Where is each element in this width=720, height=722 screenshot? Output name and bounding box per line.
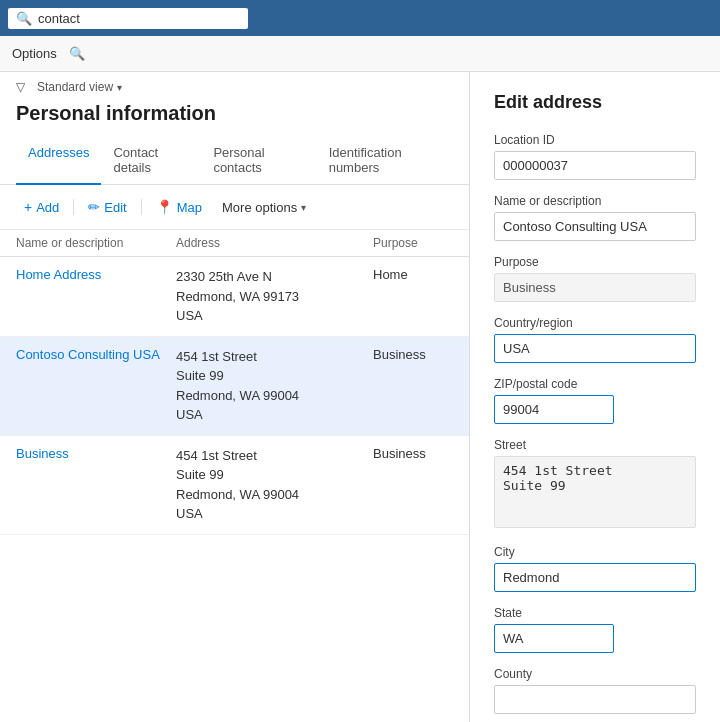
- city-input[interactable]: [494, 563, 696, 592]
- map-button[interactable]: 📍 Map: [148, 195, 210, 219]
- purpose-group: Purpose: [494, 255, 696, 302]
- name-label: Name or description: [494, 194, 696, 208]
- separator-1: [73, 199, 74, 215]
- state-label: State: [494, 606, 696, 620]
- street-input[interactable]: 454 1st Street Suite 99: [494, 456, 696, 528]
- search-box[interactable]: 🔍: [8, 8, 248, 29]
- street-group: Street 454 1st Street Suite 99: [494, 438, 696, 531]
- edit-label: Edit: [104, 200, 126, 215]
- left-panel: ▽ Standard view ▾ Personal information A…: [0, 72, 470, 722]
- more-options-chevron-icon: ▾: [301, 202, 306, 213]
- col-header-address: Address: [176, 236, 373, 250]
- county-label: County: [494, 667, 696, 681]
- col-header-purpose: Purpose: [373, 236, 453, 250]
- add-button[interactable]: + Add: [16, 195, 67, 219]
- street-label: Street: [494, 438, 696, 452]
- county-group: County: [494, 667, 696, 714]
- more-options-button[interactable]: More options ▾: [214, 196, 314, 219]
- address-table: Home Address 2330 25th Ave N Redmond, WA…: [0, 257, 469, 535]
- row-name-business: Business: [16, 446, 176, 524]
- edit-button[interactable]: ✏ Edit: [80, 195, 134, 219]
- row-purpose-home: Home: [373, 267, 453, 326]
- options-label: Options: [12, 46, 57, 61]
- zip-input[interactable]: [494, 395, 614, 424]
- panel-title: Edit address: [494, 92, 696, 113]
- filter-icon: ▽: [16, 80, 25, 94]
- tabs: Addresses Contact details Personal conta…: [0, 137, 469, 185]
- map-label: Map: [177, 200, 202, 215]
- search-input[interactable]: [38, 11, 240, 26]
- tab-contact-details[interactable]: Contact details: [101, 137, 201, 185]
- view-selector[interactable]: ▽ Standard view ▾: [0, 72, 469, 98]
- purpose-input[interactable]: [494, 273, 696, 302]
- search-icon: 🔍: [16, 11, 32, 26]
- table-row[interactable]: Contoso Consulting USA 454 1st Street Su…: [0, 337, 469, 436]
- row-address-home: 2330 25th Ave N Redmond, WA 99173 USA: [176, 267, 373, 326]
- location-id-group: Location ID: [494, 133, 696, 180]
- state-group: State: [494, 606, 696, 653]
- add-label: Add: [36, 200, 59, 215]
- name-group: Name or description: [494, 194, 696, 241]
- map-icon: 📍: [156, 199, 173, 215]
- zip-label: ZIP/postal code: [494, 377, 696, 391]
- main-area: ▽ Standard view ▾ Personal information A…: [0, 72, 720, 722]
- col-header-name: Name or description: [16, 236, 176, 250]
- row-address-contoso: 454 1st Street Suite 99 Redmond, WA 9900…: [176, 347, 373, 425]
- row-name-contoso: Contoso Consulting USA: [16, 347, 176, 425]
- edit-icon: ✏: [88, 199, 100, 215]
- options-search-icon[interactable]: 🔍: [69, 46, 85, 61]
- options-bar: Options 🔍: [0, 36, 720, 72]
- row-purpose-business: Business: [373, 446, 453, 524]
- country-input[interactable]: [494, 334, 696, 363]
- row-purpose-contoso: Business: [373, 347, 453, 425]
- location-id-input[interactable]: [494, 151, 696, 180]
- top-bar: 🔍: [0, 0, 720, 36]
- tab-personal-contacts[interactable]: Personal contacts: [201, 137, 316, 185]
- table-row[interactable]: Business 454 1st Street Suite 99 Redmond…: [0, 436, 469, 535]
- county-input[interactable]: [494, 685, 696, 714]
- chevron-down-icon: ▾: [117, 82, 122, 93]
- add-icon: +: [24, 199, 32, 215]
- tab-addresses[interactable]: Addresses: [16, 137, 101, 185]
- row-name-home: Home Address: [16, 267, 176, 326]
- zip-group: ZIP/postal code: [494, 377, 696, 424]
- country-group: Country/region: [494, 316, 696, 363]
- purpose-label: Purpose: [494, 255, 696, 269]
- view-label: Standard view: [37, 80, 113, 94]
- right-panel: Edit address Location ID Name or descrip…: [470, 72, 720, 722]
- country-label: Country/region: [494, 316, 696, 330]
- location-id-label: Location ID: [494, 133, 696, 147]
- toolbar: + Add ✏ Edit 📍 Map More options ▾: [0, 185, 469, 230]
- separator-2: [141, 199, 142, 215]
- state-input[interactable]: [494, 624, 614, 653]
- row-address-business: 454 1st Street Suite 99 Redmond, WA 9900…: [176, 446, 373, 524]
- city-label: City: [494, 545, 696, 559]
- table-row[interactable]: Home Address 2330 25th Ave N Redmond, WA…: [0, 257, 469, 337]
- page-title: Personal information: [0, 98, 469, 137]
- more-options-label: More options: [222, 200, 297, 215]
- tab-identification-numbers[interactable]: Identification numbers: [317, 137, 453, 185]
- name-input[interactable]: [494, 212, 696, 241]
- table-header: Name or description Address Purpose: [0, 230, 469, 257]
- city-group: City: [494, 545, 696, 592]
